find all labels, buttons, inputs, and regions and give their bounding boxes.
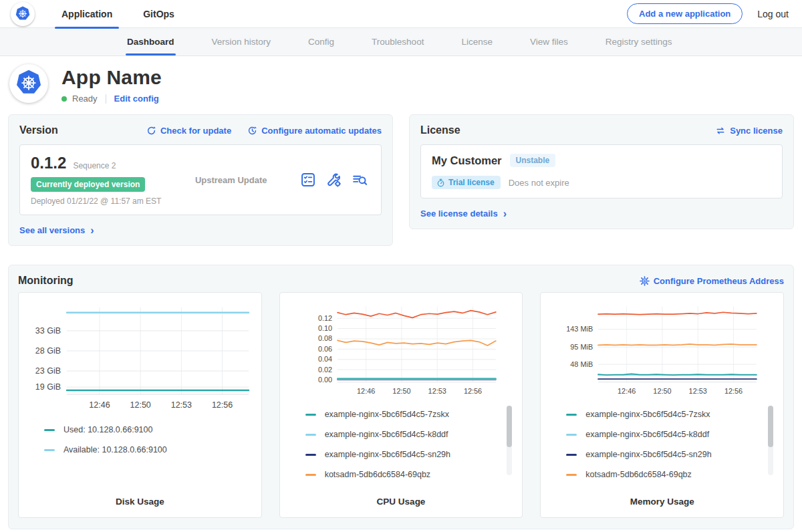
version-source-label: Upstream Update [161, 175, 301, 185]
config-wrench-icon[interactable] [326, 172, 342, 187]
check-for-update-link[interactable]: Check for update [146, 126, 231, 136]
deployed-badge: Currently deployed version [31, 177, 145, 192]
sync-license-link[interactable]: Sync license [715, 126, 783, 136]
memory-usage-chart: 12:4612:5012:5312:56143 MiB95 MiB48 MiB [547, 299, 775, 403]
disk-usage-chart: 12:4612:5012:5312:5633 GiB28 GiB23 GiB19… [25, 299, 253, 418]
legend-scrollbar-track [768, 406, 773, 475]
monitoring-title: Monitoring [18, 275, 74, 287]
svg-text:12:56: 12:56 [464, 387, 482, 395]
disk-usage-panel: 12:4612:5012:5312:5633 GiB28 GiB23 GiB19… [18, 292, 262, 518]
tab-dashboard[interactable]: Dashboard [127, 28, 174, 55]
legend-label: example-nginx-5bc6f5d4c5-k8ddf [585, 430, 709, 439]
tab-troubleshoot[interactable]: Troubleshoot [372, 28, 424, 55]
legend-item: example-nginx-5bc6f5d4c5-k8ddf [305, 430, 500, 439]
channel-badge: Unstable [510, 154, 556, 167]
svg-text:0.04: 0.04 [318, 355, 332, 363]
legend-swatch [305, 414, 316, 416]
sync-license-label: Sync license [730, 126, 783, 136]
expiry-text: Does not expire [509, 178, 569, 188]
legend-swatch [305, 434, 316, 436]
svg-text:12:56: 12:56 [212, 400, 233, 410]
edit-config-link[interactable]: Edit config [114, 94, 159, 104]
legend-item: Available: 10.128.0.66:9100 [44, 445, 239, 454]
license-card: License Sync license My Customer Unstabl… [409, 114, 794, 229]
logout-button[interactable]: Log out [757, 9, 789, 19]
tab-application-label: Application [61, 9, 112, 19]
status-dot [61, 96, 67, 102]
customer-name: My Customer [432, 154, 502, 167]
svg-text:95 MiB: 95 MiB [571, 343, 593, 351]
sync-arrows-icon [715, 126, 726, 136]
deploy-logs-icon[interactable] [352, 172, 368, 187]
chart-title: CPU Usage [287, 490, 516, 509]
cpu-usage-chart: 12:4612:5012:5312:560.120.100.080.060.04… [287, 299, 515, 403]
add-application-button[interactable]: Add a new application [627, 3, 743, 24]
legend-label: example-nginx-5bc6f5d4c5-sn29h [325, 450, 450, 459]
current-version-panel: 0.1.2 Sequence 2 Currently deployed vers… [19, 144, 382, 215]
license-panel: My Customer Unstable Trial license Does … [420, 144, 783, 198]
configure-prometheus-link[interactable]: Configure Prometheus Address [640, 276, 784, 286]
refresh-icon [146, 126, 156, 136]
legend-swatch [44, 429, 55, 431]
legend-swatch [305, 474, 316, 476]
svg-text:0.08: 0.08 [318, 334, 332, 342]
svg-text:0.06: 0.06 [318, 345, 332, 353]
license-card-title: License [420, 124, 460, 136]
preflight-checks-icon[interactable] [301, 172, 315, 187]
svg-text:0.00: 0.00 [318, 376, 332, 384]
legend-label: Used: 10.128.0.66:9100 [63, 425, 152, 434]
legend-label: kotsadm-5db6dc6584-69qbz [325, 470, 430, 479]
version-number: 0.1.2 [31, 154, 66, 172]
configure-prometheus-label: Configure Prometheus Address [654, 276, 784, 286]
tab-version-history[interactable]: Version history [212, 28, 271, 55]
tab-gitops[interactable]: GitOps [134, 0, 184, 28]
divider [106, 94, 106, 104]
kubernetes-logo-icon [14, 5, 31, 23]
configure-automatic-updates-link[interactable]: Configure automatic updates [247, 126, 382, 136]
kubernetes-logo[interactable] [11, 2, 35, 26]
top-nav: Application GitOps Add a new application… [0, 0, 802, 28]
app-kubernetes-icon [14, 68, 43, 99]
tab-registry-settings[interactable]: Registry settings [606, 28, 672, 55]
disk-usage-legend: Used: 10.128.0.66:9100Available: 10.128.… [25, 418, 255, 490]
check-for-update-label: Check for update [160, 126, 231, 136]
page-title: App Name [61, 66, 162, 89]
svg-text:12:53: 12:53 [689, 387, 707, 395]
tab-license[interactable]: License [461, 28, 493, 55]
see-all-versions-link[interactable]: See all versions › [19, 225, 94, 235]
svg-text:12:56: 12:56 [724, 387, 743, 395]
legend-scrollbar-thumb[interactable] [507, 406, 512, 447]
memory-usage-panel: 12:4612:5012:5312:56143 MiB95 MiB48 MiBe… [540, 292, 784, 518]
svg-text:143 MiB: 143 MiB [567, 325, 593, 333]
legend-label: example-nginx-5bc6f5d4c5-7zskx [325, 410, 449, 419]
tab-application[interactable]: Application [52, 0, 122, 28]
legend-label: kotsadm-5db6dc6584-69qbz [585, 470, 691, 479]
clock-refresh-icon [247, 126, 257, 136]
legend-swatch [305, 454, 316, 456]
svg-text:12:53: 12:53 [171, 400, 192, 410]
tab-config[interactable]: Config [308, 28, 334, 55]
app-logo [9, 64, 48, 103]
chart-title: Memory Usage [547, 490, 777, 509]
main-content: Version Check for update [0, 113, 802, 529]
monitoring-card: Monitoring Configure Prometheus Address [8, 265, 794, 529]
svg-text:12:53: 12:53 [428, 387, 446, 395]
cpu-usage-panel: 12:4612:5012:5312:560.120.100.080.060.04… [279, 292, 523, 518]
version-card: Version Check for update [8, 114, 393, 246]
legend-swatch [566, 414, 577, 416]
legend-scrollbar-track [507, 406, 512, 475]
legend-swatch [566, 454, 577, 456]
cpu-usage-legend: example-nginx-5bc6f5d4c5-7zskxexample-ng… [287, 403, 516, 490]
app-sub-nav: DashboardVersion historyConfigTroublesho… [0, 28, 802, 56]
svg-text:0.10: 0.10 [318, 324, 332, 332]
svg-text:12:50: 12:50 [130, 400, 151, 410]
see-license-details-link[interactable]: See license details › [420, 209, 507, 219]
legend-scrollbar-thumb[interactable] [768, 406, 773, 447]
version-card-title: Version [19, 124, 58, 136]
deployed-timestamp: Deployed 01/21/22 @ 11:57 am EST [31, 196, 161, 206]
memory-usage-legend: example-nginx-5bc6f5d4c5-7zskxexample-ng… [547, 403, 777, 490]
svg-text:12:50: 12:50 [654, 387, 672, 395]
tab-view-files[interactable]: View files [530, 28, 568, 55]
legend-label: Available: 10.128.0.66:9100 [63, 445, 167, 454]
legend-swatch [44, 449, 55, 451]
